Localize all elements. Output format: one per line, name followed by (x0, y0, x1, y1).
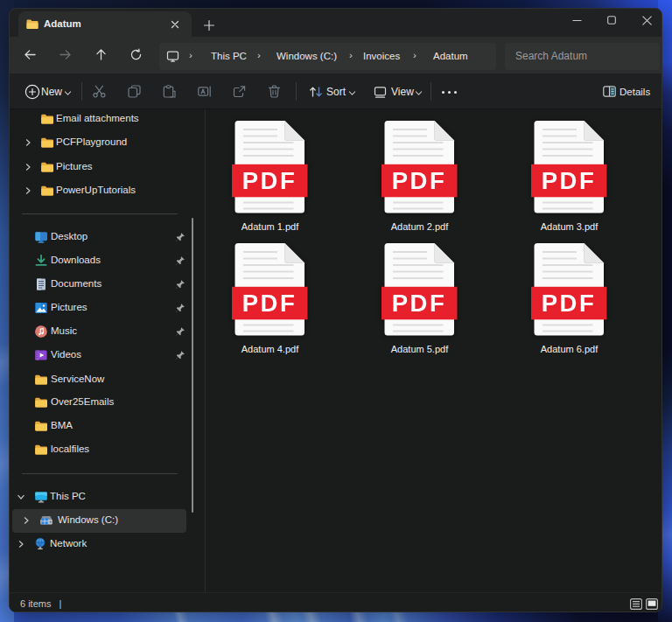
svg-text:PDF: PDF (392, 167, 447, 194)
svg-text:PDF: PDF (242, 290, 298, 317)
svg-text:PDF: PDF (542, 290, 597, 317)
svg-text:PDF: PDF (542, 167, 597, 194)
svg-text:PDF: PDF (242, 167, 298, 194)
svg-text:PDF: PDF (392, 290, 447, 317)
